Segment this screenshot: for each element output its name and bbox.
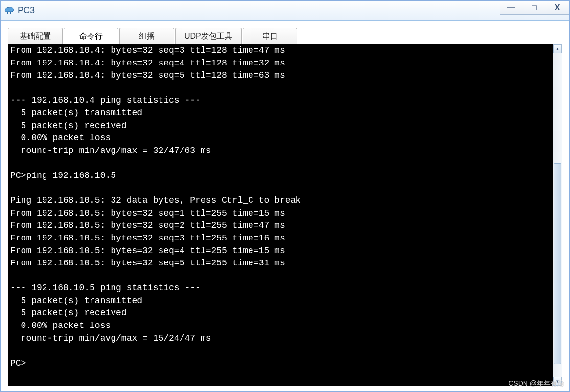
scrollbar[interactable]: ▲ ▼ [553, 44, 562, 386]
maximize-button[interactable]: □ [523, 1, 546, 15]
close-button[interactable]: X [546, 1, 569, 15]
scroll-thumb[interactable] [554, 163, 561, 364]
scroll-down-icon[interactable]: ▼ [553, 377, 562, 386]
terminal-wrap: From 192.168.10.4: bytes=32 seq=3 ttl=12… [8, 44, 562, 386]
app-icon [4, 5, 15, 16]
svg-rect-1 [10, 12, 11, 14]
terminal[interactable]: From 192.168.10.4: bytes=32 seq=3 ttl=12… [8, 44, 553, 386]
content-area: 基础配置 命令行 组播 UDP发包工具 串口 From 192.168.10.4… [1, 21, 569, 391]
scroll-up-icon[interactable]: ▲ [553, 44, 562, 53]
window: PC3 — □ X 基础配置 命令行 组播 UDP发包工具 串口 From 19… [0, 0, 570, 392]
window-controls: — □ X [500, 1, 569, 20]
tab-multicast[interactable]: 组播 [119, 28, 174, 44]
title-left: PC3 [4, 5, 35, 16]
svg-rect-0 [7, 12, 8, 14]
titlebar[interactable]: PC3 — □ X [1, 1, 569, 21]
tab-serial[interactable]: 串口 [243, 28, 297, 44]
scroll-track[interactable] [553, 53, 562, 377]
tabs-row: 基础配置 命令行 组播 UDP发包工具 串口 [8, 27, 562, 44]
tab-cli[interactable]: 命令行 [64, 28, 118, 44]
tab-udp-tool[interactable]: UDP发包工具 [175, 28, 242, 44]
minimize-button[interactable]: — [500, 1, 523, 15]
tab-basic-config[interactable]: 基础配置 [8, 28, 63, 44]
window-title: PC3 [18, 5, 35, 16]
